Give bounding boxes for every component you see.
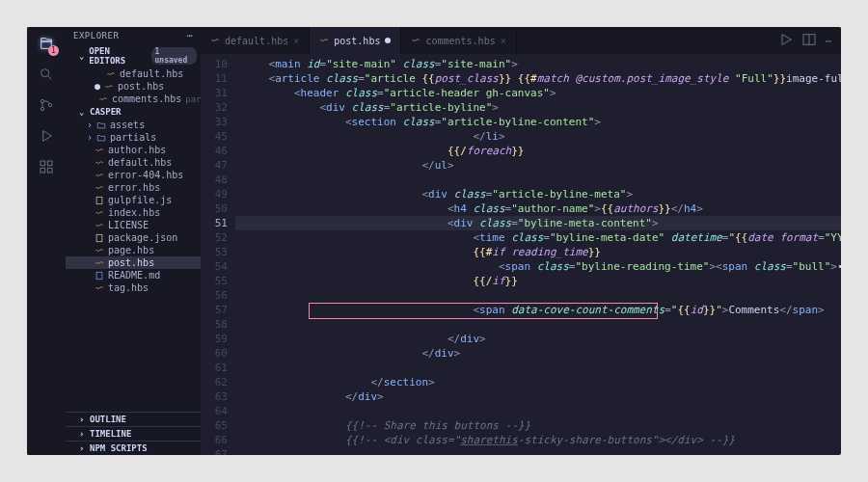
debug-icon[interactable] (36, 125, 57, 147)
code-line[interactable]: </div> (235, 346, 841, 361)
file-item[interactable]: README.md (66, 269, 201, 281)
code-line[interactable] (235, 317, 841, 332)
sidebar-title: EXPLORER⋯ (66, 27, 201, 44)
folder-item[interactable]: ›partials (66, 131, 201, 144)
code-line[interactable] (235, 288, 841, 303)
code-line[interactable]: </section> (235, 375, 841, 389)
file-item[interactable]: gulpfile.js (66, 194, 201, 206)
code-editor[interactable]: 1011313233454647484950515253545556575859… (201, 54, 841, 455)
code-line[interactable]: {{!-- Share this buttons --}} (235, 418, 841, 433)
vscode-window: EXPLORER⋯ ⌄OPEN EDITORS1 unsaved default… (27, 27, 841, 455)
svg-rect-7 (47, 168, 52, 173)
file-item[interactable]: author.hbs (66, 144, 201, 156)
explorer-icon[interactable] (36, 33, 57, 54)
file-item[interactable]: package.json (66, 231, 201, 244)
svg-rect-5 (47, 161, 52, 166)
file-item[interactable]: error-404.hbs (66, 169, 201, 181)
code-content[interactable]: <main id="site-main" class="site-main"> … (235, 54, 841, 455)
sidebar: EXPLORER⋯ ⌄OPEN EDITORS1 unsaved default… (66, 27, 201, 455)
svg-point-0 (41, 69, 49, 77)
code-line[interactable]: <header class="article-header gh-canvas"… (235, 86, 841, 100)
file-item[interactable]: error.hbs (66, 181, 201, 194)
split-icon[interactable] (801, 32, 817, 50)
code-line[interactable]: <span class="byline-reading-time"><span … (235, 259, 841, 274)
code-line[interactable]: {{/if}} (235, 274, 841, 288)
svg-rect-6 (41, 168, 45, 173)
code-line[interactable]: <article class="article {{post_class}} {… (235, 71, 841, 86)
code-line[interactable]: </div> (235, 389, 841, 404)
tab-post-hbs[interactable]: post.hbs (310, 27, 401, 54)
code-line[interactable]: </ul> (235, 158, 841, 173)
code-line[interactable]: {{#if reading_time}} (235, 245, 841, 259)
outline-section[interactable]: ›OUTLINE (66, 412, 201, 426)
open-editors-section[interactable]: ⌄OPEN EDITORS1 unsaved (66, 44, 201, 67)
folder-item[interactable]: ›assets (66, 119, 201, 131)
file-item[interactable]: page.hbs (66, 244, 201, 256)
code-line[interactable]: <div class="article-byline-meta"> (235, 187, 841, 201)
svg-rect-10 (96, 272, 102, 280)
activity-bar (27, 27, 66, 455)
editor-main: default.hbs ×post.hbs comments.hbs ×⋯ 10… (201, 27, 841, 455)
more-icon[interactable]: ⋯ (825, 35, 831, 47)
extensions-icon[interactable] (36, 156, 57, 177)
code-line[interactable]: <section class="article-byline-content"> (235, 115, 841, 129)
file-item[interactable]: index.hbs (66, 206, 201, 219)
tab-comments-hbs[interactable]: comments.hbs × (401, 27, 516, 54)
tab-bar: default.hbs ×post.hbs comments.hbs ×⋯ (201, 27, 841, 54)
code-line[interactable]: <time class="byline-meta-date" datetime=… (235, 230, 841, 245)
file-item[interactable]: tag.hbs (66, 281, 201, 294)
run-icon[interactable] (778, 32, 794, 50)
code-line[interactable] (235, 173, 841, 187)
code-line[interactable] (235, 361, 841, 375)
search-icon[interactable] (36, 64, 57, 85)
code-line[interactable]: <main id="site-main" class="site-main"> (235, 57, 841, 71)
modified-dot-icon (385, 38, 391, 43)
svg-rect-4 (41, 161, 45, 166)
close-icon[interactable]: × (293, 36, 299, 46)
open-editor-item[interactable]: ●post.hbs (66, 80, 201, 93)
more-icon[interactable]: ⋯ (187, 31, 193, 40)
code-line[interactable]: <div class="article-byline"> (235, 100, 841, 115)
code-line[interactable]: <h4 class="author-name">{{authors}}</h4> (235, 201, 841, 216)
svg-rect-9 (96, 234, 102, 242)
source-control-icon[interactable] (36, 94, 57, 116)
open-editor-item[interactable]: comments.hbs partials (66, 93, 201, 105)
file-item[interactable]: post.hbs (66, 256, 201, 269)
file-item[interactable]: default.hbs (66, 156, 201, 169)
project-section[interactable]: ⌄CASPER (66, 105, 201, 119)
code-line[interactable]: </li> (235, 129, 841, 144)
open-editor-item[interactable]: default.hbs (66, 67, 201, 80)
file-item[interactable]: LICENSE (66, 219, 201, 231)
npm-scripts-section[interactable]: ›NPM SCRIPTS (66, 441, 201, 455)
code-line[interactable]: {{/foreach}} (235, 144, 841, 158)
tab-default-hbs[interactable]: default.hbs × (201, 27, 310, 54)
code-line[interactable] (235, 447, 841, 455)
svg-point-2 (41, 107, 43, 110)
svg-point-3 (48, 103, 51, 106)
code-line[interactable]: {{!-- <div class="sharethis-sticky-share… (235, 433, 841, 447)
close-icon[interactable]: × (501, 36, 506, 46)
svg-rect-8 (96, 197, 102, 204)
code-line[interactable]: <span data-cove-count-comments="{{id}}">… (235, 303, 841, 317)
timeline-section[interactable]: ›TIMELINE (66, 426, 201, 441)
svg-point-1 (41, 99, 43, 102)
code-line[interactable] (235, 404, 841, 418)
code-line[interactable]: <div class="byline-meta-content"> (235, 216, 841, 230)
line-gutter: 1011313233454647484950515253545556575859… (201, 54, 235, 455)
code-line[interactable]: </div> (235, 332, 841, 346)
